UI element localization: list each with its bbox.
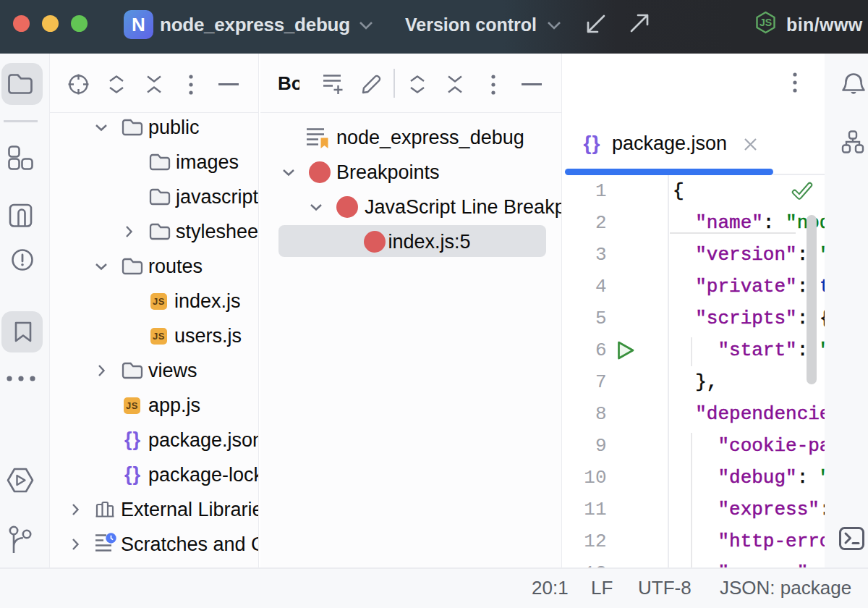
- svg-text:JS: JS: [760, 17, 772, 28]
